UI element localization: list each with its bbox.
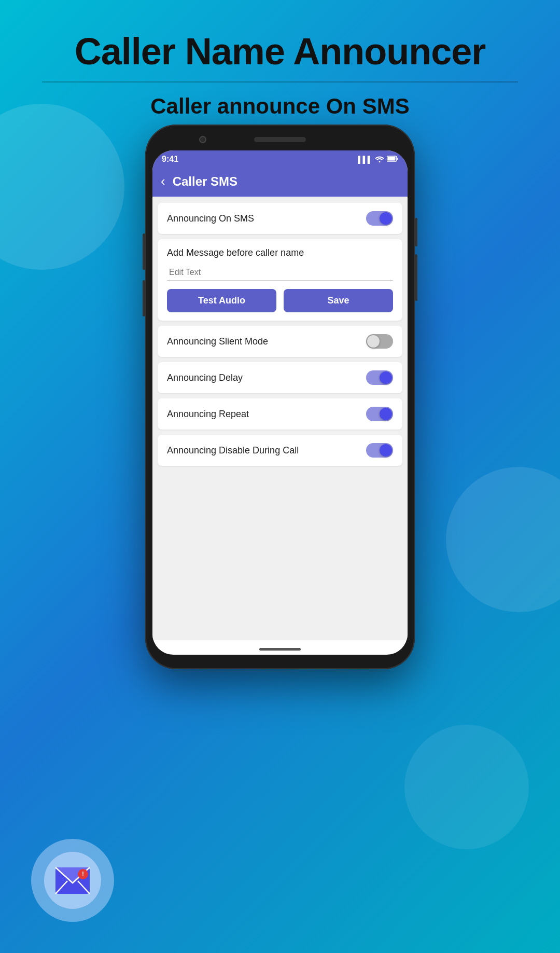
page-divider [42,81,518,82]
announcing-on-sms-label: Announcing On SMS [167,213,366,224]
button-row: Test Audio Save [167,289,393,312]
phone-camera [199,136,206,143]
announcing-disable-during-call-label: Announcing Disable During Call [167,445,366,456]
announcing-disable-during-call-card: Announcing Disable During Call [158,435,402,466]
toggle-thumb [380,408,392,420]
phone-device: 9:41 ▌▌▌ [145,125,415,669]
phone-power-button [415,218,417,246]
signal-icon: ▌▌▌ [358,156,372,163]
icon-circle-inner: ! [44,852,101,909]
phone-speaker [254,137,306,142]
announcing-silent-mode-row: Announcing Slient Mode [167,334,393,349]
svg-text:!: ! [82,871,84,878]
announcing-repeat-row: Announcing Repeat [167,407,393,421]
page-title: Caller Name Announcer [0,31,560,72]
icon-circle-outer: ! [31,839,114,922]
battery-icon [387,156,398,163]
save-button[interactable]: Save [284,289,393,312]
announcing-delay-row: Announcing Delay [167,370,393,385]
announcing-silent-mode-label: Announcing Slient Mode [167,336,366,347]
toggle-thumb [380,444,392,457]
page-title-area: Caller Name Announcer Caller announce On… [0,0,560,129]
announcing-repeat-toggle[interactable] [366,407,393,421]
announcing-on-sms-card: Announcing On SMS [158,203,402,234]
add-message-card: Add Message before caller name Test Audi… [158,239,402,321]
announcing-disable-during-call-row: Announcing Disable During Call [167,443,393,458]
phone-top [152,132,408,150]
announcing-on-sms-row: Announcing On SMS [167,211,393,226]
screen-content: Announcing On SMS Add Message before cal… [152,197,408,640]
status-time: 9:41 [162,155,178,164]
svg-rect-2 [388,157,396,160]
announcing-delay-card: Announcing Delay [158,362,402,393]
bg-circle-right [446,467,560,612]
phone-outer: 9:41 ▌▌▌ [145,125,415,669]
app-bar-title: Caller SMS [173,174,237,189]
announcing-silent-mode-card: Announcing Slient Mode [158,326,402,357]
announcing-on-sms-toggle[interactable] [366,211,393,226]
announcing-delay-label: Announcing Delay [167,372,366,383]
bg-circle-bottom [404,725,529,849]
mail-icon: ! [54,866,91,895]
toggle-thumb [380,212,392,225]
announcing-silent-mode-toggle[interactable] [366,334,393,349]
announcing-disable-during-call-toggle[interactable] [366,443,393,458]
status-icons: ▌▌▌ [358,155,398,164]
app-bar: ‹ Caller SMS [152,167,408,197]
back-button[interactable]: ‹ [161,173,165,189]
phone-bottom-bar [152,640,408,655]
announcing-delay-toggle[interactable] [366,370,393,385]
phone-volume-up-button [143,233,145,270]
phone-home-bar [259,648,301,651]
announcing-repeat-label: Announcing Repeat [167,409,366,420]
phone-volume-button-right [415,254,417,301]
test-audio-button[interactable]: Test Audio [167,289,276,312]
bottom-mail-icon-area: ! [31,839,114,922]
svg-rect-1 [397,158,398,160]
add-message-label: Add Message before caller name [167,247,393,258]
toggle-thumb [380,371,392,384]
toggle-thumb [367,335,380,348]
phone-volume-down-button [143,280,145,316]
wifi-icon [375,155,384,164]
status-bar: 9:41 ▌▌▌ [152,150,408,167]
announcing-repeat-card: Announcing Repeat [158,398,402,430]
phone-screen: 9:41 ▌▌▌ [152,150,408,655]
edit-text-input[interactable] [167,265,393,281]
